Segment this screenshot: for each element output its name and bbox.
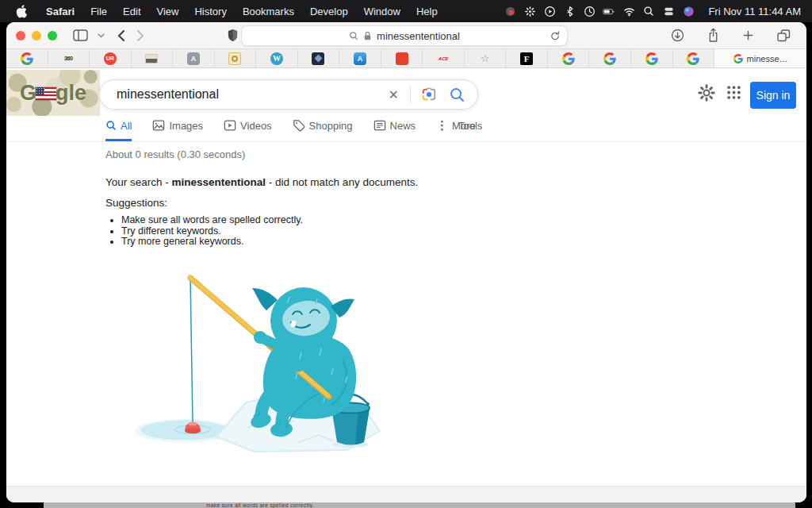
google-g-icon [733, 54, 743, 64]
pinned-tab-photo[interactable] [132, 49, 174, 67]
tab-images[interactable]: Images [152, 117, 203, 141]
screen-record-icon[interactable] [504, 5, 516, 17]
downloads-button[interactable] [671, 29, 684, 42]
menu-window[interactable]: Window [356, 6, 408, 17]
back-button[interactable] [117, 29, 125, 42]
photo-thumbnail-icon [145, 54, 158, 64]
pinned-tab-google-5[interactable] [673, 49, 715, 67]
letter-a-gray-icon: A [187, 52, 200, 65]
ur-badge-icon: UR [104, 52, 117, 65]
pinned-tab-navy[interactable] [298, 49, 340, 67]
wordpress-icon: W [270, 52, 283, 65]
menu-bookmarks[interactable]: Bookmarks [235, 6, 302, 17]
sidebar-chevron-down-icon[interactable] [98, 33, 105, 38]
tab-overview-button[interactable] [777, 29, 791, 42]
google-g-icon [562, 52, 575, 65]
address-bar[interactable]: minessententional [241, 25, 568, 46]
tab-shopping[interactable]: Shopping [293, 117, 353, 141]
suggestion-item: Try more general keywords. [121, 237, 303, 248]
share-button[interactable] [707, 28, 719, 43]
google-g-icon [687, 52, 699, 65]
menu-edit[interactable]: Edit [115, 6, 148, 17]
google-g-icon [21, 52, 33, 65]
query-term: minessententional [172, 176, 266, 188]
videos-icon [224, 119, 236, 132]
zoom-window-button[interactable] [48, 31, 57, 40]
apple-menu-icon[interactable] [16, 5, 27, 18]
tab-all[interactable]: All [105, 117, 132, 141]
pinned-tab-forbes[interactable]: F [506, 49, 548, 67]
sidebar-toggle-button[interactable] [73, 29, 88, 41]
page-footer-strip [6, 486, 806, 502]
media-play-icon[interactable] [543, 5, 556, 17]
active-tab-label: minesse… [747, 54, 788, 64]
settings-gear-icon[interactable] [698, 84, 715, 102]
red-square-icon [396, 52, 408, 65]
search-box[interactable]: minessententional ✕ [99, 79, 478, 110]
privacy-shield-icon[interactable] [227, 29, 239, 42]
nav-divider [6, 141, 806, 142]
active-tab[interactable]: minesse… [714, 49, 806, 67]
pinned-tab-ace[interactable]: ACE [423, 49, 465, 67]
close-window-button[interactable] [16, 31, 25, 40]
tools-button[interactable]: Tools [458, 120, 482, 132]
search-input[interactable]: minessententional [112, 87, 385, 102]
pinned-tab-google-2[interactable] [548, 49, 590, 67]
tab-videos[interactable]: Videos [224, 117, 272, 141]
suggestion-item: Try different keywords. [121, 226, 303, 237]
new-tab-button[interactable] [742, 29, 754, 41]
menu-help[interactable]: Help [408, 6, 446, 17]
stage-manager-icon[interactable] [662, 5, 675, 17]
menu-app-name[interactable]: Safari [38, 6, 82, 17]
pinned-tab-star[interactable]: ☆ [465, 49, 507, 67]
google-g-icon [645, 52, 658, 65]
menubar-clock[interactable]: Fri Nov 11 11:44 AM [708, 6, 801, 17]
background-window-text: make sure all words are spelled correctl… [206, 502, 314, 508]
window-controls [16, 31, 57, 40]
gold-emblem-icon [228, 52, 241, 65]
google-lens-icon[interactable] [420, 86, 438, 103]
menu-history[interactable]: History [186, 6, 234, 17]
battery-icon[interactable] [603, 5, 615, 17]
pinned-tab-red[interactable] [381, 49, 423, 67]
pinned-tab-gold[interactable] [215, 49, 257, 67]
news-icon [373, 119, 386, 132]
google-apps-grid-icon[interactable] [726, 85, 741, 100]
lock-icon [363, 31, 372, 41]
pinned-tab-google-4[interactable] [631, 49, 673, 67]
spotlight-icon[interactable] [642, 5, 655, 17]
address-bar-text: minessententional [377, 30, 460, 42]
search-submit-icon[interactable] [449, 87, 465, 103]
time-machine-icon[interactable] [583, 5, 596, 17]
minimize-window-button[interactable] [32, 31, 41, 40]
pinned-tab-google-3[interactable] [589, 49, 631, 67]
results-stats: About 0 results (0.30 seconds) [105, 148, 245, 160]
pinned-tab-ur[interactable]: UR [90, 49, 132, 67]
letter-a-blue-icon: A [354, 52, 366, 65]
pinned-tab-bar: 360 UR A W A ACE ☆ F minesse… [6, 49, 806, 68]
wifi-icon[interactable] [622, 5, 635, 17]
menu-view[interactable]: View [149, 6, 187, 17]
siri-icon[interactable] [682, 5, 695, 17]
pinned-tab-360[interactable]: 360 [48, 49, 90, 67]
menu-develop[interactable]: Develop [302, 6, 356, 17]
display-settings-icon[interactable] [523, 5, 536, 17]
tab-news[interactable]: News [373, 117, 416, 141]
reload-button[interactable] [550, 30, 561, 42]
no-results-message: Your search - minessententional - did no… [105, 176, 418, 188]
sign-in-button[interactable]: Sign in [750, 82, 796, 109]
all-search-icon [105, 120, 117, 131]
menu-file[interactable]: File [82, 6, 115, 17]
images-icon [152, 119, 165, 132]
pinned-tab-a-blue[interactable]: A [339, 49, 381, 67]
google-doodle-logo[interactable]: Ggle [6, 70, 100, 116]
pinned-tab-wordpress[interactable]: W [256, 49, 298, 67]
pinned-tab-a-gray[interactable]: A [173, 49, 215, 67]
us-flag-icon [36, 87, 56, 100]
pinned-tab-google-1[interactable] [6, 49, 48, 67]
bluetooth-icon[interactable] [563, 5, 576, 17]
suggestion-item: Make sure all words are spelled correctl… [121, 215, 303, 226]
navy-emblem-icon [312, 52, 324, 65]
forward-button[interactable] [136, 29, 144, 42]
clear-search-icon[interactable]: ✕ [385, 87, 402, 102]
